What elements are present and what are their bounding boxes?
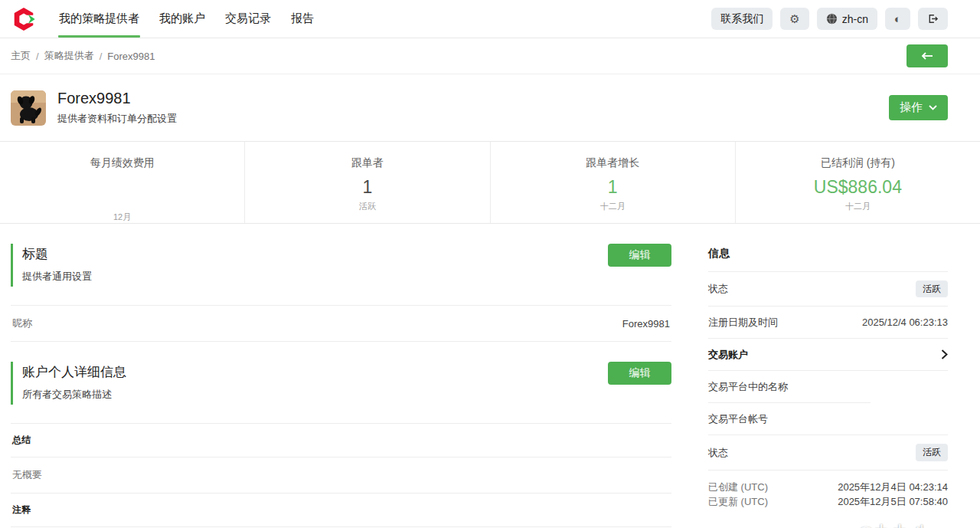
timestamp-line: 已更新 (UTC)2025年12月5日 07:58:40 <box>708 495 948 509</box>
info-panel-title: 信息 <box>708 244 948 272</box>
redaction-overlay <box>871 405 950 432</box>
nav-reports[interactable]: 报告 <box>281 0 324 38</box>
status-badge: 活跃 <box>916 444 948 461</box>
status-badge: 活跃 <box>916 280 948 297</box>
main-column: 标题提供者通用设置编辑昵称Forex9981账户个人详细信息所有者交易策略描述编… <box>11 244 671 528</box>
edit-button[interactable]: 编辑 <box>608 244 671 267</box>
breadcrumb-current: Forex9981 <box>107 51 155 62</box>
section-rows: 总结无概要注释没有注意事项 <box>11 423 671 528</box>
nav-trade-history[interactable]: 交易记录 <box>215 0 281 38</box>
section-header-text: 标题提供者通用设置 <box>11 244 92 287</box>
stat-follower-growth: 跟单者增长1十二月 <box>491 142 736 223</box>
breadcrumb-strategy-providers[interactable]: 策略提供者 <box>44 49 94 63</box>
stat-monthly-performance-fee: 每月绩效费用12月 <box>0 142 245 223</box>
gear-icon: ⚙ <box>789 13 799 25</box>
info-trading-account[interactable]: 交易账户 <box>708 339 948 371</box>
stat-value: 1 <box>362 175 372 198</box>
main-nav: 我的策略提供者我的账户交易记录报告 <box>49 0 324 38</box>
page-subtitle: 提供者资料和订单分配设置 <box>57 112 177 126</box>
brand-logo-icon <box>11 6 37 32</box>
stats-row: 每月绩效费用12月跟单者1活跃跟单者增长1十二月已结利润 (持有)US$886.… <box>0 142 980 224</box>
stat-value: US$886.04 <box>814 175 902 198</box>
timestamp-value: 2025年12月4日 04:23:14 <box>838 480 948 494</box>
chevron-down-icon <box>929 105 937 110</box>
stat-title: 跟单者 <box>351 156 384 170</box>
logout-button[interactable] <box>918 8 948 30</box>
section-title: 账户个人详细信息 <box>22 363 126 381</box>
actions-label: 操作 <box>900 100 923 115</box>
timestamp-label: 已创建 (UTC) <box>708 480 768 494</box>
nav-actions: 联系我们 ⚙ zh-cn ◐ <box>711 8 948 30</box>
nav-my-accounts[interactable]: 我的账户 <box>149 0 215 38</box>
stat-sub: 12月 <box>113 212 131 223</box>
stat-sub: 活跃 <box>359 201 376 212</box>
settings-button[interactable]: ⚙ <box>780 8 808 30</box>
info-status: 状态活跃 <box>708 272 948 307</box>
breadcrumb-separator: / <box>100 51 103 62</box>
timestamp-value: 2025年12月5日 07:58:40 <box>838 495 948 509</box>
dog-avatar-image <box>11 90 46 126</box>
info-account-status: 状态活跃 <box>708 435 948 470</box>
field-row: 昵称Forex9981 <box>11 305 671 342</box>
section-header: 标题提供者通用设置编辑 <box>11 244 671 287</box>
watermark-handle: @九九八一 <box>857 521 948 528</box>
breadcrumb-home[interactable]: 主页 <box>11 49 31 63</box>
section-header: 账户个人详细信息所有者交易策略描述编辑 <box>11 362 671 405</box>
section-block: 标题提供者通用设置编辑昵称Forex9981 <box>11 244 671 342</box>
music-note-icon: ♪ <box>843 523 851 528</box>
info-registration-datetime: 注册日期及时间2025/12/4 06:23:13 <box>708 307 948 339</box>
info-platform-name: 交易平台中的名称 <box>708 371 948 403</box>
field-group-label: 注释 <box>11 493 671 526</box>
actions-dropdown-button[interactable]: 操作 <box>889 95 948 120</box>
stat-settled-profit: 已结利润 (持有)US$886.04十二月 <box>736 142 980 223</box>
info-label: 状态 <box>708 282 728 296</box>
profile-header: Forex9981 提供者资料和订单分配设置 操作 <box>0 74 980 142</box>
stat-title: 跟单者增长 <box>586 156 639 170</box>
brand-logo <box>11 5 38 33</box>
stat-value: 1 <box>608 175 618 198</box>
section-title: 标题 <box>22 245 92 263</box>
field-empty-value: 无概要 <box>11 457 671 493</box>
language-label: zh-cn <box>842 13 868 25</box>
field-group-label: 总结 <box>11 423 671 457</box>
section-header-text: 账户个人详细信息所有者交易策略描述 <box>11 362 126 405</box>
chevron-right-icon <box>941 349 948 359</box>
info-label: 交易账户 <box>708 348 748 362</box>
language-button[interactable]: zh-cn <box>817 8 877 30</box>
page-title: Forex9981 <box>57 90 177 107</box>
field-label: 昵称 <box>12 316 32 330</box>
contact-us-button[interactable]: 联系我们 <box>711 8 773 30</box>
edit-button[interactable]: 编辑 <box>608 362 671 385</box>
stat-sub: 十二月 <box>845 201 871 212</box>
info-panel: 信息 状态活跃注册日期及时间2025/12/4 06:23:13交易账户交易平台… <box>708 244 948 528</box>
back-button[interactable] <box>906 44 948 67</box>
stat-followers: 跟单者1活跃 <box>245 142 490 223</box>
timestamp-line: 已创建 (UTC)2025年12月4日 04:23:14 <box>708 480 948 494</box>
stat-title: 每月绩效费用 <box>90 156 155 170</box>
nav-my-strategy-providers[interactable]: 我的策略提供者 <box>49 0 149 38</box>
info-label: 状态 <box>708 446 728 460</box>
info-label: 注册日期及时间 <box>708 316 778 330</box>
breadcrumb: 主页/策略提供者/Forex9981 <box>11 49 155 63</box>
stat-title: 已结利润 (持有) <box>821 156 895 170</box>
timestamp-label: 已更新 (UTC) <box>708 495 768 509</box>
section-rows: 昵称Forex9981 <box>11 305 671 342</box>
profile-text: Forex9981 提供者资料和订单分配设置 <box>57 90 177 126</box>
half-circle-icon: ◐ <box>894 13 901 25</box>
theme-toggle-button[interactable]: ◐ <box>885 8 910 30</box>
logout-icon <box>927 13 939 25</box>
info-platform-account: 交易平台帐号 <box>708 403 948 435</box>
section-subtitle: 提供者通用设置 <box>22 270 92 284</box>
field-value: Forex9981 <box>622 318 670 330</box>
info-label: 交易平台中的名称 <box>708 380 788 394</box>
breadcrumb-separator: / <box>36 51 39 62</box>
globe-icon <box>826 13 838 25</box>
info-value: 2025/12/4 06:23:13 <box>862 316 948 328</box>
back-arrow-icon <box>921 51 933 61</box>
section-block: 账户个人详细信息所有者交易策略描述编辑总结无概要注释没有注意事项 <box>11 362 671 528</box>
section-subtitle: 所有者交易策略描述 <box>22 388 126 402</box>
top-navbar: 我的策略提供者我的账户交易记录报告 联系我们 ⚙ zh-cn ◐ <box>0 0 980 38</box>
breadcrumb-bar: 主页/策略提供者/Forex9981 <box>0 38 980 74</box>
redaction-overlay <box>871 373 950 403</box>
info-label: 交易平台帐号 <box>708 412 768 426</box>
